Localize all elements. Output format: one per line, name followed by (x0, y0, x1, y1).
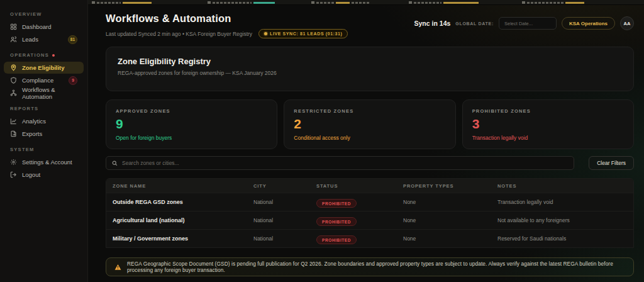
col-property-types: PROPERTY TYPES (403, 183, 497, 189)
sidebar-item-label: Zone Eligibility (22, 64, 65, 71)
sidebar-item-label: Leads (22, 36, 38, 43)
property-types: None (403, 235, 497, 242)
sidebar-item-leads[interactable]: Leads 81 (4, 33, 84, 45)
app-root: OVERVIEW Dashboard Leads 81 OPERATIONS Z… (0, 0, 644, 282)
map-pin-icon (10, 64, 17, 71)
status-badge: PROHIBITED (316, 199, 357, 208)
sidebar-item-settings[interactable]: Settings & Account (4, 156, 84, 168)
leads-count-badge: 81 (68, 35, 77, 44)
live-sync-label: LIVE SYNC: 81 LEADS (01:31) (270, 31, 342, 36)
page-title: Workflows & Automation (106, 13, 348, 25)
stat-card-prohibited[interactable]: PROHIBITED ZONES 3 Transaction legally v… (462, 99, 634, 149)
status-badge: PROHIBITED (316, 217, 357, 226)
clipped-tab-fragment (409, 1, 479, 4)
zone-city: National (253, 235, 316, 242)
page-subtitle-row: Last updated Synced 2 min ago • KSA Fore… (106, 29, 348, 38)
rega-warning-banner: REGA Geographic Scope Document (GSD) is … (106, 257, 634, 276)
sidebar-item-label: Exports (22, 130, 42, 137)
sidebar-item-label: Dashboard (22, 23, 51, 30)
clipped-workflow-tabs (88, 0, 644, 5)
col-zone-name: ZONE NAME (113, 183, 253, 189)
users-icon (10, 36, 17, 43)
avatar[interactable]: AA (620, 16, 634, 30)
sync-countdown: Sync in 14s (414, 20, 451, 27)
registry-subtitle: REGA-approved zones for foreign ownershi… (118, 70, 622, 76)
sidebar-item-compliance[interactable]: Compliance 9 (4, 74, 84, 86)
live-sync-icon (264, 32, 267, 35)
export-file-icon (10, 130, 17, 137)
sidebar-item-zone-eligibility[interactable]: Zone Eligibility (4, 62, 84, 74)
stat-label: PROHIBITED ZONES (472, 108, 624, 114)
sidebar-item-label: Compliance (22, 77, 53, 84)
stat-caption: Open for foreign buyers (116, 135, 267, 141)
stats-row: APPROVED ZONES 9 Open for foreign buyers… (106, 99, 634, 149)
stat-label: APPROVED ZONES (116, 108, 267, 114)
sidebar-section-overview: OVERVIEW (0, 5, 87, 20)
sidebar-item-label: Analytics (22, 118, 46, 125)
stat-label: RESTRICTED ZONES (294, 108, 445, 114)
table-row[interactable]: Agricultural land (national) National PR… (106, 211, 633, 229)
zone-notes: Transaction legally void (497, 199, 627, 205)
zone-name: Outside REGA GSD zones (113, 199, 253, 205)
sidebar-section-system: SYSTEM (0, 140, 87, 155)
table-header-row: ZONE NAME CITY STATUS PROPERTY TYPES NOT… (106, 179, 633, 193)
stat-card-approved[interactable]: APPROVED ZONES 9 Open for foreign buyers (106, 99, 277, 149)
global-date-input[interactable] (499, 17, 557, 30)
search-input[interactable] (122, 160, 568, 166)
section-label: OPERATIONS (10, 52, 49, 58)
property-types: None (403, 217, 497, 223)
filter-row: Clear Filters (106, 156, 634, 170)
shield-icon (10, 77, 17, 84)
sidebar-section-reports: REPORTS (0, 99, 87, 115)
main-content: Workflows & Automation Last updated Sync… (88, 0, 644, 282)
warning-text: REGA Geographic Scope Document (GSD) is … (127, 261, 625, 273)
warning-triangle-icon (114, 264, 121, 271)
clipped-tab-fragment (522, 1, 584, 4)
org-selector-button[interactable]: KSA Operations (562, 17, 615, 30)
sidebar-item-label: Settings & Account (22, 159, 72, 166)
zone-city: National (253, 217, 316, 223)
sidebar-item-label: Workflows & Automation (22, 86, 77, 100)
clipped-tab-fragment (311, 1, 370, 4)
workflow-icon (10, 89, 17, 96)
sidebar-item-analytics[interactable]: Analytics (4, 115, 84, 127)
stat-value: 2 (294, 117, 445, 130)
table-row[interactable]: Outside REGA GSD zones National PROHIBIT… (106, 193, 633, 211)
page-header: Workflows & Automation Last updated Sync… (106, 0, 634, 38)
search-icon (112, 161, 118, 166)
zone-name: Military / Government zones (113, 235, 253, 242)
stat-caption: Transaction legally void (472, 135, 624, 141)
analytics-chart-icon (10, 118, 17, 125)
clear-filters-button[interactable]: Clear Filters (589, 156, 634, 170)
registry-card: Zone Eligibility Registry REGA-approved … (106, 47, 634, 91)
global-date-label: GLOBAL DATE: (455, 21, 494, 26)
property-types: None (403, 199, 497, 205)
stat-card-restricted[interactable]: RESTRICTED ZONES 2 Conditional access on… (284, 99, 455, 149)
sidebar: OVERVIEW Dashboard Leads 81 OPERATIONS Z… (0, 0, 88, 282)
sidebar-section-operations: OPERATIONS (0, 46, 87, 61)
live-sync-badge[interactable]: LIVE SYNC: 81 LEADS (01:31) (258, 29, 348, 38)
zone-notes: Reserved for Saudi nationals (497, 235, 627, 242)
section-label: SYSTEM (10, 147, 35, 152)
clipped-tab-fragment (92, 1, 152, 4)
col-city: CITY (253, 183, 316, 189)
sidebar-item-label: Logout (22, 171, 40, 178)
zones-table: ZONE NAME CITY STATUS PROPERTY TYPES NOT… (106, 178, 634, 248)
last-updated-text: Last updated Synced 2 min ago • KSA Fore… (106, 31, 252, 37)
sidebar-item-exports[interactable]: Exports (4, 128, 84, 140)
status-badge: PROHIBITED (316, 235, 357, 244)
search-box[interactable] (106, 156, 574, 170)
zone-notes: Not available to any foreigners (497, 217, 627, 223)
col-notes: NOTES (497, 183, 627, 189)
zone-city: National (253, 199, 316, 205)
sidebar-item-dashboard[interactable]: Dashboard (4, 21, 84, 33)
table-row[interactable]: Military / Government zones National PRO… (106, 229, 633, 247)
zone-name: Agricultural land (national) (113, 217, 253, 223)
sidebar-item-logout[interactable]: Logout (4, 169, 84, 181)
sidebar-item-workflows[interactable]: Workflows & Automation (4, 87, 84, 99)
page-header-right: Sync in 14s GLOBAL DATE: KSA Operations … (414, 13, 634, 30)
section-label: REPORTS (10, 106, 38, 111)
logout-icon (10, 171, 17, 178)
dashboard-grid-icon (10, 23, 17, 30)
clipped-tab-fragment (208, 1, 275, 4)
